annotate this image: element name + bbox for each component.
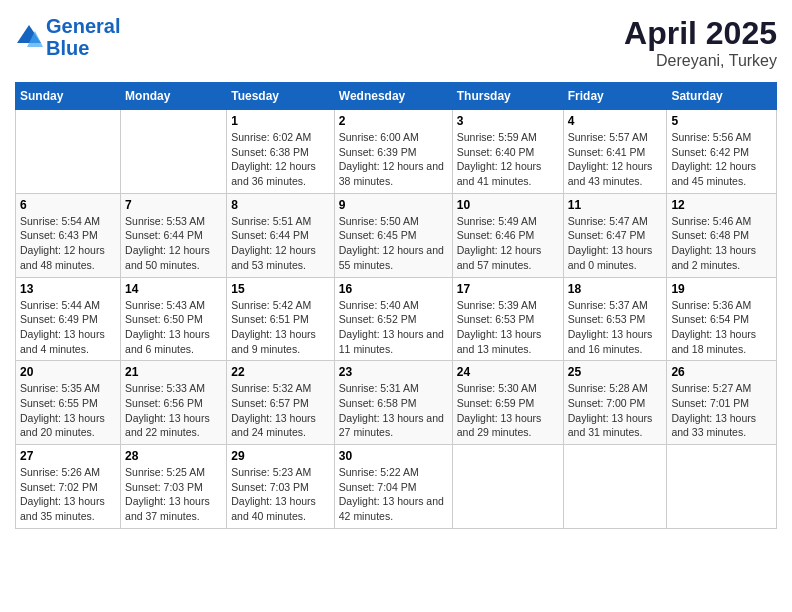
day-number: 3	[457, 114, 559, 128]
day-info: Sunrise: 5:31 AMSunset: 6:58 PMDaylight:…	[339, 381, 448, 440]
day-info: Sunrise: 5:23 AMSunset: 7:03 PMDaylight:…	[231, 465, 330, 524]
table-row: 1Sunrise: 6:02 AMSunset: 6:38 PMDaylight…	[227, 110, 335, 194]
day-info: Sunrise: 5:40 AMSunset: 6:52 PMDaylight:…	[339, 298, 448, 357]
day-info: Sunrise: 5:53 AMSunset: 6:44 PMDaylight:…	[125, 214, 222, 273]
header-sunday: Sunday	[16, 83, 121, 110]
page-header: General Blue April 2025 Dereyani, Turkey	[15, 15, 777, 70]
table-row: 21Sunrise: 5:33 AMSunset: 6:56 PMDayligh…	[121, 361, 227, 445]
calendar-header: Sunday Monday Tuesday Wednesday Thursday…	[16, 83, 777, 110]
day-number: 30	[339, 449, 448, 463]
logo: General Blue	[15, 15, 120, 59]
table-row: 4Sunrise: 5:57 AMSunset: 6:41 PMDaylight…	[563, 110, 667, 194]
table-row: 30Sunrise: 5:22 AMSunset: 7:04 PMDayligh…	[334, 445, 452, 529]
table-row: 13Sunrise: 5:44 AMSunset: 6:49 PMDayligh…	[16, 277, 121, 361]
calendar-subtitle: Dereyani, Turkey	[624, 52, 777, 70]
calendar-title: April 2025	[624, 15, 777, 52]
day-info: Sunrise: 5:51 AMSunset: 6:44 PMDaylight:…	[231, 214, 330, 273]
day-info: Sunrise: 5:30 AMSunset: 6:59 PMDaylight:…	[457, 381, 559, 440]
table-row: 15Sunrise: 5:42 AMSunset: 6:51 PMDayligh…	[227, 277, 335, 361]
day-number: 11	[568, 198, 663, 212]
day-info: Sunrise: 5:33 AMSunset: 6:56 PMDaylight:…	[125, 381, 222, 440]
title-block: April 2025 Dereyani, Turkey	[624, 15, 777, 70]
table-row: 9Sunrise: 5:50 AMSunset: 6:45 PMDaylight…	[334, 193, 452, 277]
table-row	[121, 110, 227, 194]
table-row	[563, 445, 667, 529]
table-row	[667, 445, 777, 529]
table-row: 8Sunrise: 5:51 AMSunset: 6:44 PMDaylight…	[227, 193, 335, 277]
table-row: 18Sunrise: 5:37 AMSunset: 6:53 PMDayligh…	[563, 277, 667, 361]
day-number: 20	[20, 365, 116, 379]
calendar-body: 1Sunrise: 6:02 AMSunset: 6:38 PMDaylight…	[16, 110, 777, 529]
day-number: 25	[568, 365, 663, 379]
day-number: 17	[457, 282, 559, 296]
day-number: 5	[671, 114, 772, 128]
day-info: Sunrise: 5:22 AMSunset: 7:04 PMDaylight:…	[339, 465, 448, 524]
day-info: Sunrise: 6:02 AMSunset: 6:38 PMDaylight:…	[231, 130, 330, 189]
header-monday: Monday	[121, 83, 227, 110]
day-number: 9	[339, 198, 448, 212]
calendar-table: Sunday Monday Tuesday Wednesday Thursday…	[15, 82, 777, 529]
table-row: 2Sunrise: 6:00 AMSunset: 6:39 PMDaylight…	[334, 110, 452, 194]
day-number: 14	[125, 282, 222, 296]
day-number: 7	[125, 198, 222, 212]
table-row: 5Sunrise: 5:56 AMSunset: 6:42 PMDaylight…	[667, 110, 777, 194]
day-number: 6	[20, 198, 116, 212]
day-number: 1	[231, 114, 330, 128]
table-row: 20Sunrise: 5:35 AMSunset: 6:55 PMDayligh…	[16, 361, 121, 445]
day-info: Sunrise: 5:57 AMSunset: 6:41 PMDaylight:…	[568, 130, 663, 189]
logo-icon	[15, 23, 43, 51]
table-row: 11Sunrise: 5:47 AMSunset: 6:47 PMDayligh…	[563, 193, 667, 277]
table-row	[452, 445, 563, 529]
day-info: Sunrise: 5:27 AMSunset: 7:01 PMDaylight:…	[671, 381, 772, 440]
table-row: 22Sunrise: 5:32 AMSunset: 6:57 PMDayligh…	[227, 361, 335, 445]
day-number: 24	[457, 365, 559, 379]
day-number: 23	[339, 365, 448, 379]
day-info: Sunrise: 5:44 AMSunset: 6:49 PMDaylight:…	[20, 298, 116, 357]
header-thursday: Thursday	[452, 83, 563, 110]
day-number: 15	[231, 282, 330, 296]
day-number: 2	[339, 114, 448, 128]
day-info: Sunrise: 5:47 AMSunset: 6:47 PMDaylight:…	[568, 214, 663, 273]
day-info: Sunrise: 5:28 AMSunset: 7:00 PMDaylight:…	[568, 381, 663, 440]
table-row: 28Sunrise: 5:25 AMSunset: 7:03 PMDayligh…	[121, 445, 227, 529]
day-number: 18	[568, 282, 663, 296]
table-row: 7Sunrise: 5:53 AMSunset: 6:44 PMDaylight…	[121, 193, 227, 277]
day-info: Sunrise: 5:36 AMSunset: 6:54 PMDaylight:…	[671, 298, 772, 357]
day-number: 12	[671, 198, 772, 212]
day-info: Sunrise: 5:35 AMSunset: 6:55 PMDaylight:…	[20, 381, 116, 440]
header-saturday: Saturday	[667, 83, 777, 110]
table-row: 25Sunrise: 5:28 AMSunset: 7:00 PMDayligh…	[563, 361, 667, 445]
table-row: 12Sunrise: 5:46 AMSunset: 6:48 PMDayligh…	[667, 193, 777, 277]
header-wednesday: Wednesday	[334, 83, 452, 110]
logo-text: General Blue	[46, 15, 120, 59]
day-info: Sunrise: 5:39 AMSunset: 6:53 PMDaylight:…	[457, 298, 559, 357]
table-row: 19Sunrise: 5:36 AMSunset: 6:54 PMDayligh…	[667, 277, 777, 361]
day-number: 10	[457, 198, 559, 212]
day-number: 29	[231, 449, 330, 463]
day-number: 8	[231, 198, 330, 212]
day-info: Sunrise: 5:42 AMSunset: 6:51 PMDaylight:…	[231, 298, 330, 357]
day-number: 27	[20, 449, 116, 463]
table-row: 23Sunrise: 5:31 AMSunset: 6:58 PMDayligh…	[334, 361, 452, 445]
day-info: Sunrise: 5:32 AMSunset: 6:57 PMDaylight:…	[231, 381, 330, 440]
day-info: Sunrise: 5:49 AMSunset: 6:46 PMDaylight:…	[457, 214, 559, 273]
day-info: Sunrise: 5:54 AMSunset: 6:43 PMDaylight:…	[20, 214, 116, 273]
day-number: 16	[339, 282, 448, 296]
table-row: 3Sunrise: 5:59 AMSunset: 6:40 PMDaylight…	[452, 110, 563, 194]
day-info: Sunrise: 5:43 AMSunset: 6:50 PMDaylight:…	[125, 298, 222, 357]
day-info: Sunrise: 5:46 AMSunset: 6:48 PMDaylight:…	[671, 214, 772, 273]
table-row: 26Sunrise: 5:27 AMSunset: 7:01 PMDayligh…	[667, 361, 777, 445]
day-number: 26	[671, 365, 772, 379]
day-info: Sunrise: 5:26 AMSunset: 7:02 PMDaylight:…	[20, 465, 116, 524]
day-info: Sunrise: 5:37 AMSunset: 6:53 PMDaylight:…	[568, 298, 663, 357]
day-info: Sunrise: 5:56 AMSunset: 6:42 PMDaylight:…	[671, 130, 772, 189]
day-number: 19	[671, 282, 772, 296]
table-row: 17Sunrise: 5:39 AMSunset: 6:53 PMDayligh…	[452, 277, 563, 361]
table-row: 14Sunrise: 5:43 AMSunset: 6:50 PMDayligh…	[121, 277, 227, 361]
day-number: 28	[125, 449, 222, 463]
day-info: Sunrise: 5:25 AMSunset: 7:03 PMDaylight:…	[125, 465, 222, 524]
table-row: 10Sunrise: 5:49 AMSunset: 6:46 PMDayligh…	[452, 193, 563, 277]
header-tuesday: Tuesday	[227, 83, 335, 110]
table-row: 27Sunrise: 5:26 AMSunset: 7:02 PMDayligh…	[16, 445, 121, 529]
day-number: 22	[231, 365, 330, 379]
